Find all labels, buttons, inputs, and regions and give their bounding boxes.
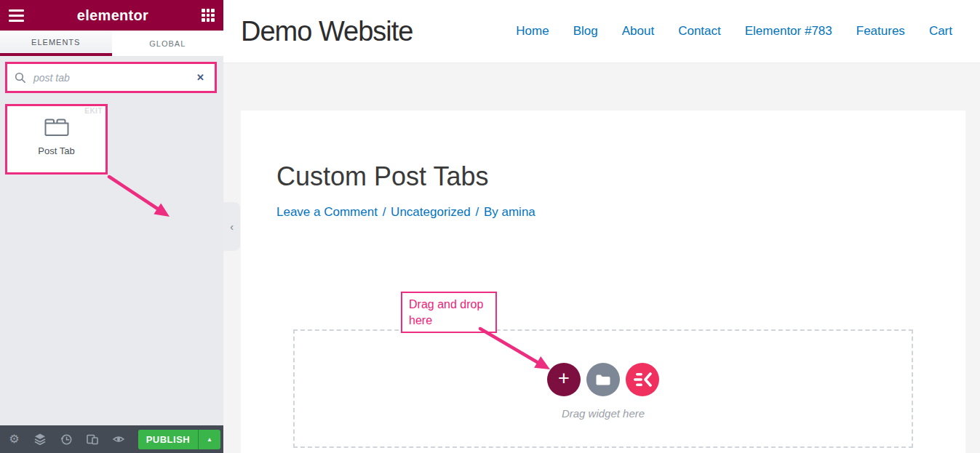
nav-link-features[interactable]: Features <box>856 24 905 39</box>
elementskit-logo-icon <box>633 371 652 388</box>
menu-icon[interactable] <box>9 9 24 22</box>
elementor-panel: elementor ELEMENTS GLOBAL post tab ✕ EKI… <box>0 0 223 453</box>
publish-button[interactable]: PUBLISH <box>138 430 198 449</box>
panel-header: elementor <box>0 0 223 31</box>
navigator-layers-icon[interactable] <box>33 433 47 446</box>
site-title: Demo Website <box>223 16 413 47</box>
meta-separator: / <box>475 205 479 219</box>
elementor-editor: Demo Website Home Blog About Contact Ele… <box>0 0 980 453</box>
post-meta: Leave a Comment / Uncategorized / By ami… <box>276 205 535 220</box>
nav-link-cart[interactable]: Cart <box>929 24 952 39</box>
meta-comments-link[interactable]: Leave a Comment <box>276 205 378 219</box>
meta-separator: / <box>383 205 386 219</box>
settings-gear-icon[interactable]: ⚙ <box>8 433 20 446</box>
nav-link-contact[interactable]: Contact <box>678 24 721 39</box>
nav-link-home[interactable]: Home <box>516 24 549 39</box>
widget-name: Post Tab <box>7 145 105 156</box>
search-icon <box>15 72 26 84</box>
preview-eye-icon[interactable] <box>112 433 125 446</box>
nav-link-elementor-783[interactable]: Elementor #783 <box>745 24 832 39</box>
meta-author-link[interactable]: By amina <box>484 205 535 219</box>
search-input[interactable]: post tab <box>33 72 196 84</box>
post-content-card: Custom Post Tabs Leave a Comment / Uncat… <box>241 111 965 453</box>
ekit-badge: EKIT <box>84 107 103 115</box>
clear-search-icon[interactable]: ✕ <box>196 72 204 83</box>
tab-global[interactable]: GLOBAL <box>112 31 224 56</box>
folder-icon <box>595 373 611 386</box>
publish-button-group: PUBLISH ▲ <box>138 430 220 449</box>
elementskit-button[interactable] <box>626 363 659 396</box>
nav-link-about[interactable]: About <box>622 24 654 39</box>
panel-collapse-handle[interactable]: ‹ <box>223 202 240 251</box>
widgets-panel-icon[interactable] <box>202 9 215 22</box>
history-icon[interactable] <box>60 433 73 446</box>
chevron-left-icon: ‹ <box>230 221 234 233</box>
drag-widget-hint: Drag widget here <box>562 407 645 420</box>
annotation-callout: Drag and drop here <box>401 292 497 333</box>
dropzone-buttons: + <box>547 363 659 396</box>
elementor-dropzone[interactable]: + Drag widge <box>293 329 913 448</box>
post-title: Custom Post Tabs <box>276 161 488 192</box>
preview-canvas: Demo Website Home Blog About Contact Ele… <box>223 0 980 453</box>
elementor-logo: elementor <box>24 7 202 24</box>
tab-elements[interactable]: ELEMENTS <box>0 31 112 56</box>
site-nav: Home Blog About Contact Elementor #783 F… <box>516 24 980 39</box>
meta-category-link[interactable]: Uncategorized <box>391 205 471 219</box>
nav-link-blog[interactable]: Blog <box>573 24 598 39</box>
add-section-button[interactable]: + <box>547 363 581 396</box>
template-library-button[interactable] <box>586 363 620 396</box>
publish-options-arrow[interactable]: ▲ <box>198 430 220 449</box>
post-tab-icon <box>7 116 105 140</box>
panel-tabs: ELEMENTS GLOBAL <box>0 31 223 56</box>
widget-search-box[interactable]: post tab ✕ <box>5 62 217 93</box>
widget-card-post-tab[interactable]: EKIT Post Tab <box>5 104 108 175</box>
responsive-mode-icon[interactable] <box>86 433 99 446</box>
site-header: Demo Website Home Blog About Contact Ele… <box>223 0 980 63</box>
panel-footer: ⚙ <box>0 425 223 453</box>
